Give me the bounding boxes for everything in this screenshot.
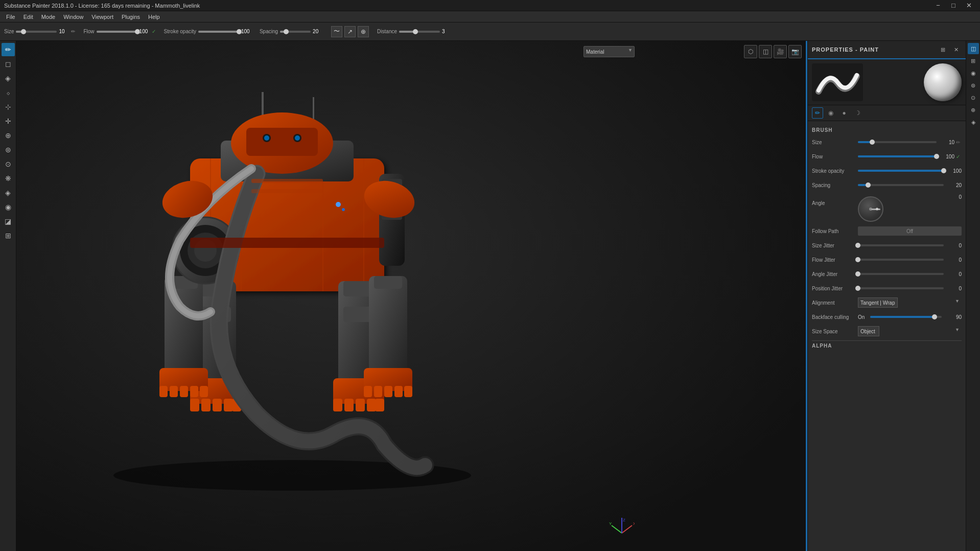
size-jitter-slider[interactable] <box>858 241 944 249</box>
flow-jitter-label: Flow Jitter <box>812 257 858 263</box>
flow-jitter-slider[interactable] <box>858 256 944 264</box>
bake-btn[interactable]: ◉ <box>2 200 15 214</box>
fill-tool-btn[interactable]: ⬦ <box>2 86 15 99</box>
far-right-btn-filter[interactable]: ◈ <box>968 117 979 128</box>
stroke-mode-btn[interactable]: ↗ <box>344 26 356 37</box>
projection-tool-btn[interactable]: ◈ <box>2 72 15 85</box>
menu-window[interactable]: Window <box>59 13 87 21</box>
far-right-btn-layers[interactable]: ◫ <box>968 43 979 54</box>
camera-icon-btn[interactable]: 🎥 <box>774 45 787 58</box>
spacing-slider[interactable] <box>280 31 311 33</box>
size-prop-slider[interactable] <box>858 138 937 146</box>
brush-tab-paint[interactable]: ✏ <box>812 107 823 119</box>
stroke-opacity-group: Stroke opacity 100 <box>164 29 251 34</box>
flow-prop-slider[interactable] <box>858 152 937 160</box>
right-panel-wrapper: PROPERTIES - PAINT ⊞ ✕ ✏ <box>806 41 980 551</box>
picker-btn[interactable]: ⊕ <box>2 129 15 142</box>
grid-icon-btn[interactable]: ◫ <box>759 45 772 58</box>
paint-tool-btn[interactable]: ✏ <box>2 43 15 56</box>
svg-rect-47 <box>394 386 403 397</box>
eraser-tool-btn[interactable]: ◻ <box>2 57 15 71</box>
particle-btn[interactable]: ◪ <box>2 215 15 228</box>
menu-plugins[interactable]: Plugins <box>118 13 144 21</box>
stroke-path-btn[interactable]: ⊕ <box>358 26 369 37</box>
flow-check-icon[interactable]: ✓ <box>152 29 156 34</box>
brush-tab-shape[interactable]: ● <box>838 107 850 119</box>
menu-mode[interactable]: Mode <box>37 13 60 21</box>
stroke-opacity-value: 100 <box>241 29 251 34</box>
svg-rect-22 <box>224 399 233 411</box>
backface-on-label: On <box>858 314 868 320</box>
brush-tab-opacity[interactable]: ◉ <box>825 107 836 119</box>
distance-slider[interactable] <box>399 31 440 33</box>
alignment-select[interactable]: Tangent | Wrap Tangent World Screen <box>858 297 898 308</box>
size-edit-btn[interactable]: ✏ <box>954 140 962 145</box>
far-right-btn-bake[interactable]: ⊛ <box>968 80 979 91</box>
properties-expand-btn[interactable]: ⊞ <box>937 44 948 55</box>
polygon-fill-btn[interactable]: ⊹ <box>2 100 15 113</box>
size-row: Size 10 ✏ <box>812 137 962 147</box>
menu-file[interactable]: File <box>2 13 19 21</box>
svg-rect-46 <box>384 386 392 397</box>
material-select[interactable]: Material Albedo Normal Roughness <box>584 46 635 57</box>
viewport-icons: ⬡ ◫ 🎥 📷 <box>744 45 802 58</box>
far-right-btn-picker[interactable]: ⊕ <box>968 104 979 116</box>
spacing-prop-slider[interactable] <box>858 181 944 189</box>
far-right-btn-mesh[interactable]: ⊞ <box>968 55 979 66</box>
stroke-opacity-slider[interactable] <box>198 31 239 33</box>
brush-sphere-preview <box>924 63 962 101</box>
svg-point-62 <box>336 202 341 207</box>
menu-edit[interactable]: Edit <box>19 13 37 21</box>
svg-point-63 <box>342 208 345 211</box>
flow-slider[interactable] <box>97 31 137 33</box>
mammoth-model <box>78 56 538 516</box>
size-slider[interactable] <box>16 31 57 33</box>
far-right-btn-history[interactable]: ⊙ <box>968 92 979 103</box>
viewport[interactable]: Material Albedo Normal Roughness ▼ ⬡ ◫ 🎥… <box>16 41 806 551</box>
screenshot-icon-btn[interactable]: 📷 <box>788 45 802 58</box>
svg-rect-48 <box>404 386 412 397</box>
menu-viewport[interactable]: Viewport <box>87 13 118 21</box>
angle-jitter-row: Angle Jitter 0 <box>812 269 962 279</box>
svg-rect-41 <box>369 276 407 373</box>
clone-btn[interactable]: ❋ <box>2 172 15 185</box>
select-btn[interactable]: ✛ <box>2 114 15 128</box>
properties-content: BRUSH Size 10 ✏ Flow <box>808 121 966 551</box>
angle-jitter-slider[interactable] <box>858 270 944 278</box>
toolbar: Size 10 ✏ Flow 100 ✓ Stroke opacity 100 … <box>0 22 980 41</box>
angle-jitter-value: 0 <box>944 271 962 277</box>
far-right-btn-materials[interactable]: ◉ <box>968 67 979 79</box>
anchor-btn[interactable]: ⊛ <box>2 143 15 156</box>
svg-rect-45 <box>374 386 382 397</box>
stroke-icon-btn[interactable]: 〜 <box>331 26 342 37</box>
3d-transform-btn[interactable]: ⊙ <box>2 157 15 171</box>
angle-dial[interactable] <box>858 196 883 222</box>
svg-rect-37 <box>170 386 178 397</box>
maximize-button[interactable]: □ <box>946 1 961 11</box>
menubar: File Edit Mode Window Viewport Plugins H… <box>0 11 980 22</box>
follow-path-toggle[interactable]: Off <box>858 226 962 236</box>
size-space-select[interactable]: Object Screen World <box>858 326 879 336</box>
menu-help[interactable]: Help <box>144 13 164 21</box>
svg-rect-53 <box>251 179 323 183</box>
material-dropdown-wrap: Material Albedo Normal Roughness ▼ <box>584 46 635 57</box>
smudge-btn[interactable]: ◈ <box>2 186 15 199</box>
minimize-button[interactable]: − <box>931 1 945 11</box>
layer-btn[interactable]: ⊞ <box>2 229 15 242</box>
flow-check-btn[interactable]: ✓ <box>954 154 962 159</box>
svg-rect-54 <box>251 189 323 193</box>
main-layout: ✏ ◻ ◈ ⬦ ⊹ ✛ ⊕ ⊛ ⊙ ❋ ◈ ◉ ◪ ⊞ <box>0 41 980 551</box>
position-jitter-slider[interactable] <box>858 284 944 292</box>
size-prop-value: 10 <box>937 140 954 145</box>
backface-culling-slider[interactable] <box>870 313 942 321</box>
close-button[interactable]: ✕ <box>962 1 976 11</box>
properties-close-btn[interactable]: ✕ <box>950 44 962 55</box>
backface-culling-label: Backface culling <box>812 314 858 320</box>
brush-tab-stencil[interactable]: ☽ <box>852 107 863 119</box>
stroke-opacity-prop-slider[interactable] <box>858 167 944 175</box>
stroke-opacity-prop-value: 100 <box>944 168 962 174</box>
render-icon-btn[interactable]: ⬡ <box>744 45 757 58</box>
svg-rect-42 <box>374 276 402 289</box>
size-edit-icon[interactable]: ✏ <box>71 29 75 34</box>
svg-rect-38 <box>180 386 188 397</box>
